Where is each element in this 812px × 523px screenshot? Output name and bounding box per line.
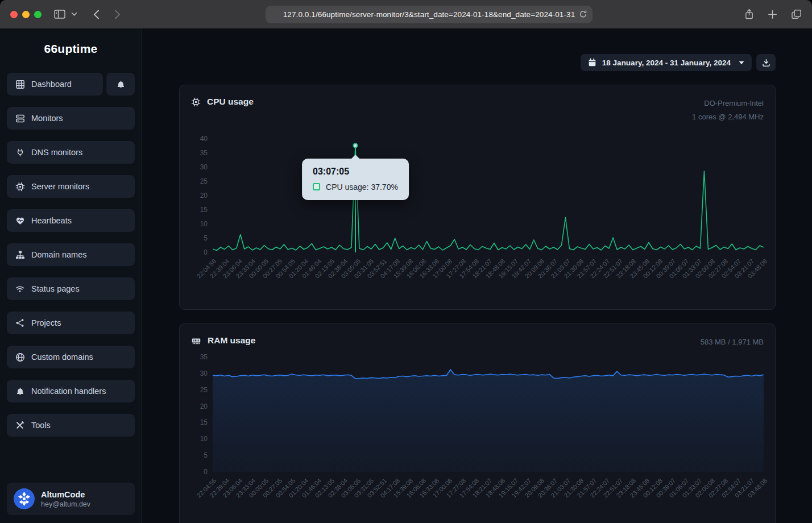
sidebar-item-label: Server monitors [31,182,89,191]
cpu-usage-card: CPU usage DO-Premium-Intel 1 cores @ 2,4… [179,85,776,310]
globe-icon [15,352,25,362]
toolbar: 18 January, 2024 - 31 January, 2024 [179,54,776,71]
share-icon[interactable] [744,9,754,20]
y-tick-label: 10 [200,435,208,443]
ram-card-title: RAM usage [208,335,255,346]
sidebar-item-label: Monitors [31,114,63,123]
sidebar-item-status-pages[interactable]: Status pages [7,277,135,300]
download-report-button[interactable] [756,54,776,71]
tab-overview-icon[interactable] [791,9,802,19]
url-text: 127.0.0.1/66uptime/server-monitor/3&star… [283,10,575,19]
cpu-chart: 4035302520151050 03:07:05 CPU usage: 37.… [191,139,764,298]
y-tick-label: 40 [200,135,208,143]
sidebar-item-label: Dashboard [31,80,72,89]
sidebar-item-monitors[interactable]: Monitors [7,107,135,130]
ram-icon [191,336,201,346]
sidebar: 66uptime DashboardMonitorsDNS monitorsSe… [0,28,142,523]
sidebar-toggle-icon[interactable] [54,9,65,19]
heart-icon [15,216,25,226]
sidebar-item-label: Tools [31,421,51,430]
sidebar-item-dashboard[interactable]: Dashboard [7,73,103,96]
sidebar-item-label: Domain names [31,250,87,259]
account-email: hey@altum.dev [41,500,90,508]
ram-total-label: 583 MB / 1,971 MB [701,335,764,349]
ram-y-axis: 35302520151050 [191,357,213,472]
sidebar-item-label: Notification handlers [31,387,106,396]
sidebar-item-label: Status pages [31,284,80,293]
close-window-button[interactable] [10,11,18,18]
sidebar-item-label: Custom domains [31,352,93,362]
calendar-icon [588,58,596,67]
cpu-y-axis: 4035302520151050 [191,139,213,252]
chart-tooltip: 03:07:05 CPU usage: 37.70% [302,159,409,200]
new-tab-icon[interactable] [768,10,777,19]
sidebar-item-heartbeats[interactable]: Heartbeats [7,209,135,232]
reload-icon[interactable] [579,10,587,19]
date-range-label: 18 January, 2024 - 31 January, 2024 [602,59,731,67]
date-range-picker[interactable]: 18 January, 2024 - 31 January, 2024 [581,54,752,71]
ram-usage-card: RAM usage 583 MB / 1,971 MB 353025201510… [179,323,776,523]
cpu-x-axis: 22:04:5622:39:0423:06:0423:33:0400:00:05… [213,252,764,298]
y-tick-label: 15 [200,418,208,426]
y-tick-label: 0 [204,468,208,476]
y-tick-label: 25 [200,177,208,185]
cpu-card-title: CPU usage [207,97,254,107]
forward-button[interactable] [114,10,121,19]
y-tick-label: 0 [204,248,208,256]
bell-icon [15,387,25,396]
sidebar-item-notification-handlers[interactable]: Notification handlers [7,380,135,402]
minimize-window-button[interactable] [22,11,30,18]
tooltip-time: 03:07:05 [313,167,398,177]
download-icon [762,59,770,67]
sidebar-item-domain-names[interactable]: Domain names [7,243,135,266]
cpu-series-line [213,146,764,251]
y-tick-label: 35 [200,149,208,157]
y-tick-label: 20 [200,402,208,410]
cpu-plot-area[interactable]: 03:07:05 CPU usage: 37.70% [213,139,764,252]
account-card[interactable]: AltumCode hey@altum.dev [7,483,135,515]
ram-x-axis: 22:04:5622:39:0423:06:0423:33:0400:00:05… [213,472,764,517]
sidebar-item-server-monitors[interactable]: Server monitors [7,175,135,198]
y-tick-label: 20 [200,192,208,200]
notifications-button[interactable] [106,73,135,96]
y-tick-label: 15 [200,206,208,214]
wifi-icon [15,284,25,293]
nodes-icon [15,318,25,327]
main-content: 18 January, 2024 - 31 January, 2024 [142,28,812,523]
sidebar-item-projects[interactable]: Projects [7,312,135,334]
sidebar-menu: DashboardMonitorsDNS monitorsServer moni… [7,73,135,437]
tooltip-value: CPU usage: 37.70% [326,182,398,192]
grid-icon [15,80,25,89]
browser-window: 127.0.0.1/66uptime/server-monitor/3&star… [0,0,812,523]
sidebar-item-label: DNS monitors [31,148,82,157]
cpu-data-point-marker [353,143,358,148]
plug-icon [15,148,25,157]
y-tick-label: 5 [204,451,208,459]
sidebar-item-label: Projects [31,318,61,327]
y-tick-label: 30 [200,163,208,171]
y-tick-label: 10 [200,220,208,228]
y-tick-label: 25 [200,386,208,394]
y-tick-label: 35 [200,353,208,361]
y-tick-label: 30 [200,370,208,377]
traffic-lights [10,11,42,18]
address-bar[interactable]: 127.0.0.1/66uptime/server-monitor/3&star… [266,6,593,23]
bell-icon [115,80,126,89]
chevron-down-icon[interactable] [71,12,77,16]
avatar [14,488,35,509]
chip-icon [15,182,25,192]
cpu-cores-label: 1 cores @ 2,494 MHz [692,110,764,124]
account-name: AltumCode [41,490,90,499]
tools-icon [15,421,25,430]
ram-chart: 35302520151050 22:04:5622:39:0423:06:042… [191,357,764,517]
zoom-window-button[interactable] [34,11,42,18]
sitemap-icon [15,250,25,260]
sidebar-item-custom-domains[interactable]: Custom domains [7,346,135,368]
back-button[interactable] [93,10,100,19]
sidebar-item-label: Heartbeats [31,216,72,225]
caret-down-icon [739,61,744,65]
sidebar-item-tools[interactable]: Tools [7,414,135,437]
y-tick-label: 5 [204,234,208,242]
ram-plot-area[interactable] [213,357,764,472]
sidebar-item-dns-monitors[interactable]: DNS monitors [7,141,135,164]
